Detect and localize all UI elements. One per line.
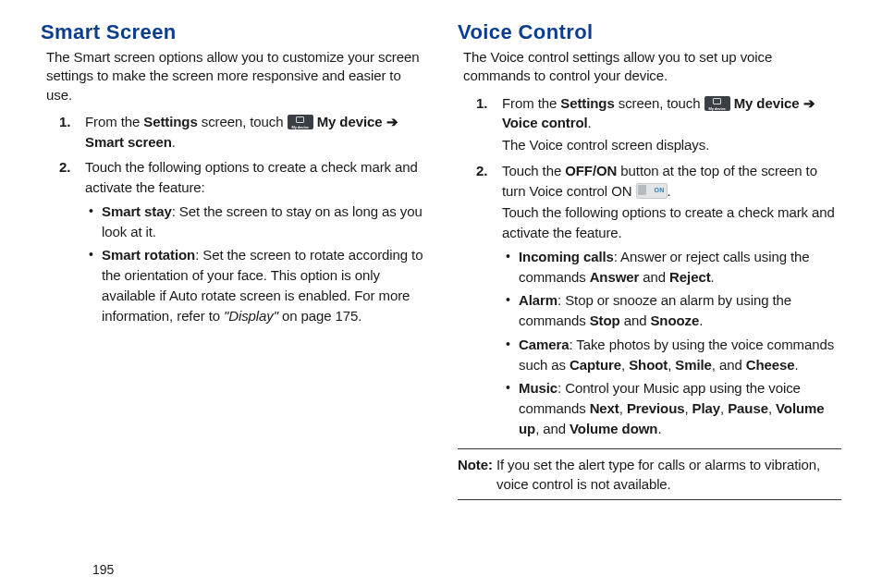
cmd: Volume down <box>570 421 657 436</box>
step-2: Touch the following options to create a … <box>59 157 424 325</box>
cmd: Snooze <box>650 312 699 328</box>
step-1: From the Settings screen, touch My devic… <box>476 93 841 155</box>
cmd: Cheese <box>746 357 795 373</box>
intro-voice-control: The Voice control settings allow you to … <box>463 48 841 86</box>
text: From the <box>85 114 143 129</box>
cmd: Pause <box>728 400 768 416</box>
my-device-label: My device <box>734 95 800 111</box>
steps-voice-control: From the Settings screen, touch My devic… <box>458 93 841 439</box>
column-left: Smart Screen The Smart screen options al… <box>41 20 424 553</box>
label: Camera <box>519 337 569 352</box>
heading-voice-control: Voice Control <box>458 20 841 44</box>
bullet-smart-rotation: Smart rotation: Set the screen to rotate… <box>87 245 424 325</box>
arrow-icon: ➔ <box>799 95 815 111</box>
text: Touch the following options to create a … <box>85 159 418 195</box>
cmd: Smile <box>675 357 712 373</box>
text: and <box>639 269 669 285</box>
cmd: Shoot <box>629 357 668 373</box>
cmd: Stop <box>590 312 620 328</box>
text: From the <box>502 95 560 111</box>
column-right: Voice Control The Voice control settings… <box>458 20 841 553</box>
text: , <box>684 400 692 416</box>
my-device-label: My device <box>317 114 383 129</box>
text: , <box>619 400 627 416</box>
step-2: Touch the OFF/ON button at the top of th… <box>476 161 841 439</box>
label: Smart rotation <box>102 247 195 263</box>
my-device-icon <box>704 96 730 111</box>
steps-smart-screen: From the Settings screen, touch My devic… <box>41 112 424 326</box>
on-toggle-icon <box>636 183 668 199</box>
settings-label: Settings <box>143 114 197 129</box>
bullet-music: Music: Control your Music app using the … <box>504 378 841 438</box>
columns: Smart Screen The Smart screen options al… <box>41 20 841 553</box>
text: Touch the <box>502 163 565 178</box>
text: , and <box>712 357 746 373</box>
cmd: Previous <box>627 400 685 416</box>
arrow-icon: ➔ <box>382 114 398 129</box>
text: . <box>668 183 671 199</box>
step-1-after: The Voice control screen displays. <box>502 135 841 155</box>
text: . <box>699 312 703 328</box>
heading-smart-screen: Smart Screen <box>41 20 424 44</box>
bullet-incoming-calls: Incoming calls: Answer or reject calls u… <box>504 247 841 288</box>
off-on-label: OFF/ON <box>565 163 617 178</box>
cmd: Capture <box>570 357 621 373</box>
step-1: From the Settings screen, touch My devic… <box>59 112 424 153</box>
text: , <box>621 357 629 373</box>
smart-screen-label: Smart screen <box>85 134 172 150</box>
label: Alarm <box>519 292 557 308</box>
text: screen, touch <box>198 114 288 129</box>
label: Music <box>519 380 557 396</box>
text: , and <box>535 421 570 436</box>
text: and <box>620 312 651 328</box>
cmd: Play <box>692 400 720 416</box>
text: . <box>711 269 715 285</box>
text: . <box>172 134 176 150</box>
cmd: Answer <box>590 269 640 285</box>
manual-page: Smart Screen The Smart screen options al… <box>0 0 882 588</box>
cmd: Next <box>590 400 619 416</box>
text: screen, touch <box>615 95 704 111</box>
text: . <box>657 421 661 436</box>
bullet-alarm: Alarm: Stop or snooze an alarm by using … <box>504 290 841 331</box>
display-ref: "Display" <box>224 308 278 324</box>
voice-control-label: Voice control <box>502 115 588 130</box>
note-label: Note: <box>458 457 493 472</box>
note-text: If you set the alert type for calls or a… <box>493 457 820 492</box>
cmd: Reject <box>669 269 710 285</box>
note-block: Note: If you set the alert type for call… <box>458 448 841 500</box>
bullet-smart-stay: Smart stay: Set the screen to stay on as… <box>87 202 424 242</box>
text: . <box>795 357 799 373</box>
text: on page 175. <box>278 308 361 324</box>
settings-label: Settings <box>560 95 614 111</box>
label: Incoming calls <box>519 249 614 264</box>
bullet-camera: Camera: Take photos by using the voice c… <box>504 335 841 375</box>
text: . <box>588 115 592 130</box>
text: , <box>720 400 728 416</box>
bullets-smart-screen: Smart stay: Set the screen to stay on as… <box>85 202 424 326</box>
intro-smart-screen: The Smart screen options allow you to cu… <box>46 48 424 104</box>
text: , <box>768 400 776 416</box>
my-device-icon <box>288 115 313 129</box>
bullets-voice-control: Incoming calls: Answer or reject calls u… <box>502 247 841 439</box>
page-number: 195 <box>41 562 841 577</box>
step-2-p2: Touch the following options to create a … <box>502 202 841 243</box>
note: Note: If you set the alert type for call… <box>458 455 841 494</box>
label: Smart stay <box>102 203 172 219</box>
